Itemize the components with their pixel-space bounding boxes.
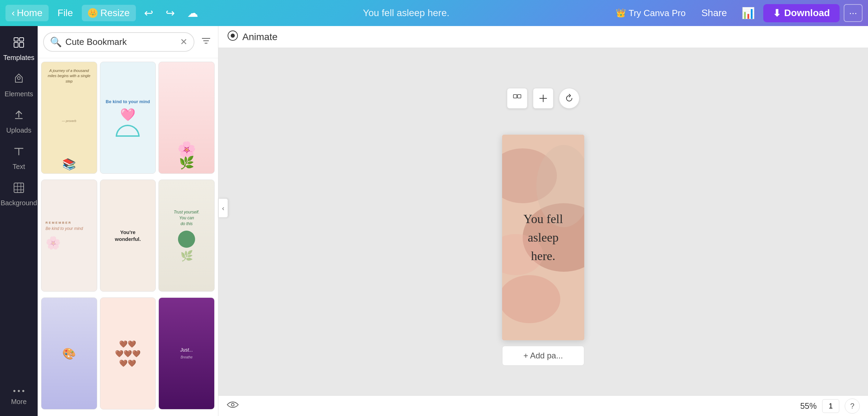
show-pages-button[interactable] — [227, 401, 239, 411]
text-icon — [13, 145, 25, 161]
search-input[interactable] — [65, 37, 177, 47]
uploads-label: Uploads — [6, 126, 31, 134]
template-card-9[interactable]: Just...Breathe — [158, 297, 215, 409]
canvas-top-controls — [507, 88, 579, 109]
templates-icon — [13, 36, 25, 52]
resize-label: Resize — [100, 8, 130, 19]
sidebar-item-templates[interactable]: Templates — [0, 32, 38, 66]
more-label: More — [11, 398, 27, 406]
home-label: Home — [17, 8, 42, 19]
bookmark-canvas[interactable]: You fell asleep here. — [502, 135, 584, 340]
chevron-left-icon: ‹ — [12, 8, 15, 19]
redo-button[interactable]: ↪ — [162, 4, 179, 22]
zoom-controls: 55% 1 ? — [800, 399, 860, 414]
template-card-2[interactable]: Be kind to your mind 🩷 — [100, 62, 156, 174]
bookmark-wrapper: You fell asleep here. + Add pa... — [502, 88, 584, 366]
sidebar-item-background[interactable]: Background — [0, 177, 38, 212]
more-options-button[interactable]: ··· — [844, 4, 863, 22]
template-card-8[interactable]: 🤎🤎🤎🤎🤎🤎🤎 — [100, 297, 156, 409]
help-button[interactable]: ? — [845, 399, 860, 414]
canvas-area: Animate — [218, 26, 868, 416]
template-card-7[interactable]: 🎨 — [41, 297, 97, 409]
svg-rect-2 — [14, 42, 18, 47]
add-page-button[interactable]: + Add pa... — [502, 346, 584, 366]
svg-marker-4 — [15, 74, 22, 82]
svg-point-18 — [231, 34, 235, 38]
page-number-btn[interactable]: 1 — [822, 399, 839, 413]
sidebar-item-more[interactable]: More — [8, 377, 30, 411]
page-number: 1 — [829, 402, 833, 411]
background-label: Background — [1, 199, 37, 207]
svg-point-11 — [13, 390, 15, 392]
svg-rect-20 — [518, 95, 521, 98]
animate-icon — [227, 29, 239, 44]
animate-button[interactable]: Animate — [227, 29, 278, 44]
canvas-toolbar: Animate — [218, 26, 868, 48]
crown-coin-icon: 👑 — [88, 8, 98, 18]
main-layout: Templates Elements Uploads — [0, 26, 868, 416]
document-title: You fell asleep here. — [206, 8, 606, 19]
svg-rect-19 — [513, 95, 517, 98]
svg-point-29 — [231, 403, 234, 406]
left-sidebar: Templates Elements Uploads — [0, 26, 38, 416]
download-button[interactable]: ⬇ Download — [763, 4, 840, 22]
uploads-icon — [13, 109, 25, 124]
svg-point-5 — [17, 77, 20, 79]
download-icon: ⬇ — [773, 8, 781, 19]
panel-search-bar: 🔍 ✕ — [38, 26, 218, 58]
frame-icon-button[interactable] — [507, 88, 527, 109]
canvas-workspace[interactable]: You fell asleep here. + Add pa... — [218, 48, 868, 395]
file-label: File — [58, 8, 73, 18]
search-box[interactable]: 🔍 ✕ — [43, 32, 194, 52]
crown-icon: 👑 — [616, 8, 626, 18]
template-card-5[interactable]: You'rewonderful. — [100, 180, 156, 292]
templates-panel: 🔍 ✕ A journey of a thousand miles begins… — [38, 26, 218, 416]
search-icon: 🔍 — [50, 36, 62, 48]
clear-search-icon[interactable]: ✕ — [180, 37, 188, 47]
panel-hide-toggle[interactable]: ‹ — [218, 198, 228, 218]
filter-icon[interactable] — [198, 33, 214, 51]
more-icon — [13, 381, 25, 396]
svg-rect-1 — [20, 38, 24, 41]
add-element-button[interactable] — [533, 88, 553, 109]
template-card-1[interactable]: A journey of a thousand miles begins wit… — [41, 62, 97, 174]
template-card-4[interactable]: REMEMBER Be kind to your mind 🌸 — [41, 180, 97, 292]
templates-grid: A journey of a thousand miles begins wit… — [38, 58, 218, 416]
refresh-button[interactable] — [559, 88, 579, 109]
elements-label: Elements — [4, 90, 33, 98]
zoom-level: 55% — [800, 401, 817, 411]
home-button[interactable]: ‹ Home — [5, 5, 49, 21]
file-button[interactable]: File — [53, 5, 78, 21]
canvas-bottom-bar: 55% 1 ? — [218, 395, 868, 416]
template-card-3[interactable]: 🌸 🌿 — [158, 62, 215, 174]
animate-label: Animate — [242, 32, 278, 42]
undo-button[interactable]: ↩ — [140, 4, 157, 22]
try-pro-label: Try Canva Pro — [629, 8, 686, 19]
svg-rect-0 — [14, 38, 18, 41]
svg-point-12 — [18, 390, 20, 392]
templates-label: Templates — [3, 54, 34, 62]
bookmark-text: You fell asleep here. — [509, 203, 577, 272]
cloud-save-button[interactable]: ☁ — [183, 4, 202, 22]
elements-icon — [13, 73, 25, 88]
sidebar-item-uploads[interactable]: Uploads — [0, 104, 38, 139]
svg-rect-6 — [14, 183, 24, 193]
share-button[interactable]: Share — [695, 5, 733, 21]
download-label: Download — [784, 8, 830, 19]
sidebar-item-elements[interactable]: Elements — [0, 68, 38, 103]
resize-button[interactable]: 👑 Resize — [82, 5, 136, 21]
analytics-button[interactable]: 📊 — [737, 4, 759, 22]
background-icon — [13, 182, 25, 197]
template-card-6[interactable]: Trust yourself.You cando this 🌿 — [158, 180, 215, 292]
svg-rect-3 — [20, 42, 24, 47]
topnav: ‹ Home File 👑 Resize ↩ ↪ ☁ You fell asle… — [0, 0, 868, 26]
try-pro-button[interactable]: 👑 Try Canva Pro — [610, 5, 691, 21]
sidebar-item-text[interactable]: Text — [0, 140, 38, 175]
share-label: Share — [701, 8, 727, 18]
text-label: Text — [13, 163, 25, 171]
svg-point-13 — [22, 390, 24, 392]
